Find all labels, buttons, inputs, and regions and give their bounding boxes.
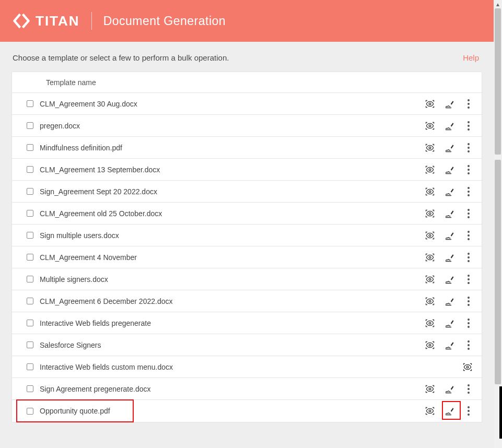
row-checkbox[interactable] [27, 320, 33, 326]
row-checkbox[interactable] [27, 385, 33, 392]
row-checkbox[interactable] [27, 298, 33, 304]
preview-icon[interactable] [424, 339, 436, 351]
preview-icon[interactable] [424, 230, 436, 241]
template-name[interactable]: Sign_Agreement Sept 20 2022.docx [40, 187, 424, 196]
more-menu-icon[interactable] [464, 230, 473, 241]
row-checkbox[interactable] [27, 341, 33, 348]
preview-icon[interactable] [424, 98, 436, 110]
more-menu-icon[interactable] [464, 98, 473, 110]
row-actions [424, 339, 473, 351]
preview-icon[interactable] [424, 317, 436, 329]
preview-icon[interactable] [424, 142, 436, 154]
preview-icon[interactable] [424, 296, 436, 307]
row-actions [424, 252, 473, 263]
row-checkbox[interactable] [27, 166, 33, 173]
more-menu-icon[interactable] [464, 317, 473, 329]
more-menu-icon[interactable] [464, 383, 473, 395]
help-link[interactable]: Help [463, 53, 479, 62]
preview-icon[interactable] [424, 120, 436, 132]
table-row: Interactive Web fields custom menu.docx [12, 356, 482, 378]
row-checkbox[interactable] [27, 122, 33, 129]
row-checkbox[interactable] [27, 276, 33, 282]
sign-icon[interactable] [444, 296, 456, 307]
row-checkbox[interactable] [27, 144, 33, 151]
more-menu-icon[interactable] [464, 164, 473, 175]
row-actions [424, 98, 473, 110]
more-menu-icon[interactable] [464, 186, 473, 197]
more-menu-icon[interactable] [464, 274, 473, 285]
row-actions [424, 274, 473, 285]
row-actions [462, 361, 473, 373]
table-row: CLM_Agreement 30 Aug.docx [12, 93, 482, 115]
sign-icon[interactable] [444, 317, 456, 329]
template-name[interactable]: Sign multiple users.docx [40, 231, 424, 240]
sign-icon[interactable] [444, 230, 456, 241]
template-name[interactable]: Sign Agreement pregenerate.docx [40, 385, 424, 393]
table-row: Sign_Agreement Sept 20 2022.docx [12, 181, 482, 203]
page-scrollbar[interactable]: ▲ [494, 0, 502, 448]
row-actions [424, 383, 473, 395]
column-header-template-name: Template name [46, 78, 96, 87]
templates-table: Template name CLM_Agreement 30 Aug.docx … [11, 72, 482, 422]
template-name[interactable]: Opportunity quote.pdf [40, 407, 424, 415]
row-actions [424, 405, 473, 417]
more-menu-icon[interactable] [464, 120, 473, 132]
row-checkbox[interactable] [27, 232, 33, 239]
template-name[interactable]: Multiple signers.docx [40, 275, 424, 284]
row-checkbox[interactable] [27, 100, 33, 107]
sign-icon[interactable] [444, 405, 456, 417]
sign-icon[interactable] [444, 383, 456, 395]
template-name[interactable]: Interactive Web fields pregenerate [40, 319, 424, 327]
sign-icon[interactable] [444, 186, 456, 197]
row-checkbox[interactable] [27, 254, 33, 261]
template-name[interactable]: pregen.docx [40, 122, 424, 130]
sign-icon[interactable] [444, 274, 456, 285]
more-menu-icon[interactable] [464, 142, 473, 154]
preview-icon[interactable] [424, 274, 436, 285]
sign-icon[interactable] [444, 98, 456, 110]
row-checkbox[interactable] [27, 188, 33, 195]
scrollbar-track[interactable] [494, 8, 502, 440]
more-menu-icon[interactable] [464, 339, 473, 351]
row-checkbox[interactable] [27, 408, 33, 415]
table-row: Salesforce Signers [12, 334, 482, 356]
scrollbar-thumb[interactable] [495, 160, 501, 384]
sign-icon[interactable] [444, 208, 456, 219]
preview-icon[interactable] [424, 186, 436, 197]
svg-point-12 [466, 366, 469, 368]
svg-point-0 [429, 103, 431, 105]
sign-icon[interactable] [444, 164, 456, 175]
template-name[interactable]: Salesforce Signers [40, 341, 424, 349]
svg-point-13 [429, 388, 431, 390]
template-name[interactable]: CLM_Agreement 30 Aug.docx [40, 100, 424, 108]
preview-icon[interactable] [424, 383, 436, 395]
scrollbar-up-arrow-icon[interactable]: ▲ [494, 0, 502, 8]
sign-icon[interactable] [444, 339, 456, 351]
more-menu-icon[interactable] [464, 208, 473, 219]
template-name[interactable]: CLM_Agreement 13 September.docx [40, 166, 424, 174]
template-name[interactable]: Interactive Web fields custom menu.docx [40, 363, 462, 371]
scrollbar-thumb[interactable] [495, 8, 501, 155]
more-menu-icon[interactable] [464, 296, 473, 307]
more-menu-icon[interactable] [464, 252, 473, 263]
more-menu-icon[interactable] [464, 405, 473, 417]
svg-point-9 [429, 300, 431, 302]
template-name[interactable]: CLM_Agreement 4 November [40, 253, 424, 262]
row-actions [424, 230, 473, 241]
preview-icon[interactable] [424, 164, 436, 175]
sign-icon[interactable] [444, 120, 456, 132]
sign-icon[interactable] [444, 252, 456, 263]
preview-icon[interactable] [424, 208, 436, 219]
template-name[interactable]: Mindfulness definition.pdf [40, 144, 424, 152]
brand-logo: TITAN [13, 12, 80, 30]
template-name[interactable]: CLM_Agreement old 25 October.docx [40, 209, 424, 218]
preview-icon[interactable] [462, 361, 473, 373]
preview-icon[interactable] [424, 252, 436, 263]
sign-icon[interactable] [444, 142, 456, 154]
row-actions [424, 142, 473, 154]
preview-icon[interactable] [424, 405, 436, 417]
row-checkbox[interactable] [27, 363, 33, 370]
table-row: CLM_Agreement old 25 October.docx [12, 203, 482, 225]
row-checkbox[interactable] [27, 210, 33, 217]
template-name[interactable]: CLM_Agreement 6 December 2022.docx [40, 297, 424, 305]
